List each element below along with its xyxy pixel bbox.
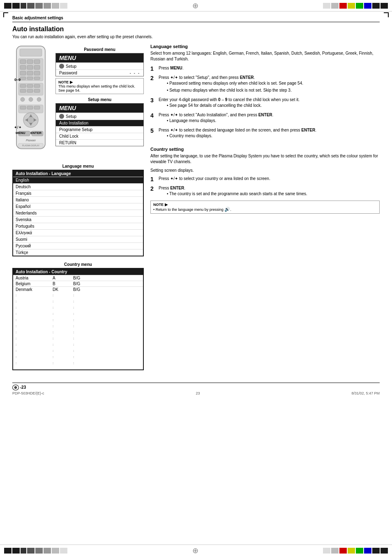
country-setting-title: Country setting: [150, 147, 380, 152]
remote-svg: Pioneer PLASMA DISPLAY: [12, 44, 49, 159]
dots-row-9: : : :: [13, 341, 143, 348]
password-menu-setup-text: Setup: [66, 64, 76, 69]
remote-enter-label: ENTER: [30, 131, 42, 135]
password-menu-password-text: Password: [59, 71, 77, 75]
remote-zero-nine-label: 0–9: [14, 78, 21, 82]
rbar-6: [364, 3, 371, 9]
bottom-bar-right: [323, 548, 388, 554]
svg-rect-21: [34, 89, 40, 92]
dots-row-3: : : :: [13, 305, 143, 311]
rbar-4: [348, 3, 355, 9]
country-setting-screen-text: Setting screen displays.: [150, 168, 380, 173]
setup-menu-autoinstall-item: Auto Installation: [56, 120, 143, 126]
bar-block-6: [44, 3, 51, 9]
bar-block-1: [4, 3, 12, 9]
lang-step-2-num: 2: [150, 75, 157, 82]
lang-step-3-num: 3: [150, 97, 157, 104]
footer-info: PDP-503HDE/(E)-c 23 8/31/02, 5:47 PM: [12, 391, 380, 395]
bar-block-4: [27, 3, 35, 9]
bottom-bar-center: ⊕: [67, 546, 323, 555]
country-row-denmark: Denmark DK B/G: [13, 286, 143, 292]
lang-step-4-num: 4: [150, 112, 157, 119]
country-name-denmark: Denmark: [16, 287, 44, 292]
password-menu-dots: - - -: [129, 71, 140, 75]
lang-step-1: 1 Press MENU.: [150, 65, 380, 72]
dots-row-8: : : :: [13, 335, 143, 341]
page-num-text: -23: [20, 385, 26, 390]
lang-step-3: 3 Enter your 4-digit password with 0 – 9…: [150, 97, 380, 110]
country-step-1: 1 Press ✦/✦ to select your country or ar…: [150, 176, 380, 183]
svg-rect-4: [27, 60, 33, 64]
svg-rect-8: [34, 65, 40, 69]
svg-text:PLASMA DISPLAY: PLASMA DISPLAY: [22, 144, 40, 147]
svg-rect-9: [20, 71, 26, 75]
country-name-belgium: Belgium: [16, 281, 44, 286]
bar-block-8: [60, 3, 67, 9]
brbar-6: [364, 548, 371, 554]
svg-point-30: [28, 117, 34, 123]
bbar-1: [4, 548, 12, 554]
lang-item-deutsch: Deutsch: [13, 183, 143, 190]
country-row-austria: Austria A B/G: [13, 275, 143, 281]
rbar-5: [356, 3, 363, 9]
top-bar-right-blocks: [323, 3, 388, 9]
bottom-decorative-bar: ⊕: [0, 544, 392, 556]
setup-menu-box: MENU Setup Auto Installation Programme S…: [55, 103, 144, 146]
svg-rect-3: [20, 60, 26, 64]
language-menu-label: Language menu: [12, 164, 144, 168]
rbar-2: [331, 3, 339, 9]
dots-row-12: : : :: [13, 360, 143, 366]
lang-item-italiano: Italiano: [13, 196, 143, 203]
lang-step-4: 4 Press ✦/✦ to select "Auto Installation…: [150, 112, 380, 125]
footer-left: PDP-503HDE/(E)-c: [12, 391, 44, 395]
svg-rect-26: [20, 106, 26, 109]
svg-rect-13: [27, 77, 33, 80]
brbar-8: [380, 548, 388, 554]
lang-item-svenska: Svenska: [13, 216, 143, 223]
dots-row-4: : : :: [13, 311, 143, 317]
password-menu-box: MENU Setup Password - - -: [55, 53, 144, 76]
remote-illustration: Pioneer PLASMA DISPLAY 0–9 MENU ENTER ✦/…: [12, 44, 51, 160]
lang-step-3-bullet-1: See page 54 for details of cancelling th…: [167, 103, 380, 108]
setup-menu-label: Setup menu: [55, 97, 144, 102]
lang-item-nederlands: Nederlands: [13, 210, 143, 216]
page-subtext: You can run auto installation again, eve…: [12, 35, 380, 39]
svg-rect-1: [20, 49, 42, 56]
country-menu-label: Country menu: [12, 262, 144, 267]
brbar-3: [339, 548, 347, 554]
remote-updown-label: ✦/✦: [14, 125, 22, 129]
bbar-5: [35, 548, 43, 554]
top-decorative-bar: ⊕: [0, 0, 392, 12]
bar-block-7: [52, 3, 59, 9]
top-crosshair-icon: ⊕: [192, 1, 198, 10]
brbar-5: [356, 548, 363, 554]
rbar-7: [372, 3, 380, 9]
menu-panels: Password menu MENU Setup Password - - -: [55, 44, 144, 160]
svg-rect-27: [27, 106, 33, 109]
setup-menu-return-text: RETURN: [59, 141, 76, 145]
country-system-denmark: B/G: [73, 287, 85, 292]
country-name-austria: Austria: [16, 276, 44, 280]
setup-menu-progsetup-item: Programme Setup: [56, 126, 143, 133]
lang-step-3-text: Enter your 4-digit password with 0 – 9 t…: [159, 97, 300, 102]
password-menu-note: NOTE ▶ This menu displays when setting t…: [55, 78, 144, 94]
language-setting-section: Language setting Select from among 12 la…: [150, 44, 380, 140]
lang-step-2-bullet-2: Setup menu displays when the child lock …: [167, 88, 380, 93]
language-menu-box: Auto Installation - Language English Deu…: [12, 170, 144, 256]
bbar-4: [27, 548, 35, 554]
country-step-2: 2 Press ENTER. The country is set and th…: [150, 185, 380, 198]
dots-row-2: : : :: [13, 298, 143, 305]
lang-item-suomi: Suomi: [13, 236, 143, 242]
brbar-4: [348, 548, 355, 554]
setup-menu-icon: [59, 114, 64, 119]
footer-right: 8/31/02, 5:47 PM: [351, 391, 380, 395]
country-code-denmark: DK: [53, 287, 65, 292]
rbar-3: [339, 3, 347, 9]
country-system-belgium: B/G: [73, 281, 85, 286]
content-layout: Pioneer PLASMA DISPLAY 0–9 MENU ENTER ✦/…: [12, 44, 380, 370]
language-setting-intro: Select from among 12 languages: English,…: [150, 51, 380, 62]
lang-step-5-text: Press ✦/✦ to select the desired language…: [159, 128, 316, 132]
dots-row-13: [13, 366, 143, 369]
country-code-austria: A: [53, 276, 65, 280]
lang-item-portugues: Português: [13, 223, 143, 229]
